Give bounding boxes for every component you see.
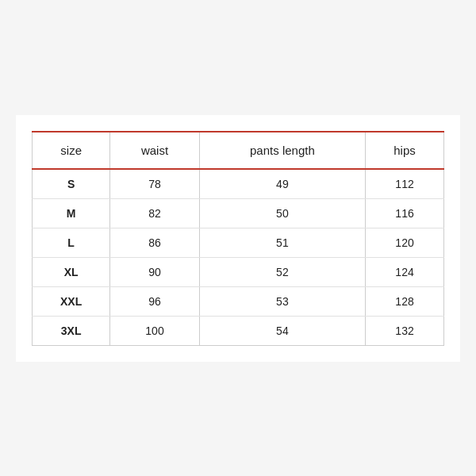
size-chart-table: size waist pants length hips S7849112M82… [32, 131, 444, 346]
header-hips: hips [366, 132, 444, 169]
cell-size: S [33, 169, 110, 199]
cell-waist: 90 [110, 257, 199, 286]
cell-waist: 86 [110, 228, 199, 257]
table-body: S7849112M8250116L8651120XL9052124XXL9653… [33, 169, 444, 346]
cell-pants_length: 54 [199, 316, 365, 345]
cell-pants_length: 53 [199, 286, 365, 316]
cell-hips: 120 [366, 228, 444, 257]
cell-pants_length: 51 [199, 228, 365, 257]
header-waist: waist [110, 132, 199, 169]
cell-waist: 100 [110, 316, 199, 345]
cell-hips: 128 [366, 286, 444, 316]
table-row: M8250116 [33, 198, 444, 228]
table-row: L8651120 [33, 228, 444, 257]
cell-pants_length: 49 [199, 169, 365, 199]
cell-hips: 116 [366, 198, 444, 228]
table-row: XL9052124 [33, 257, 444, 286]
cell-size: M [33, 198, 110, 228]
table-header-row: size waist pants length hips [33, 132, 444, 169]
cell-waist: 96 [110, 286, 199, 316]
header-size: size [33, 132, 110, 169]
cell-waist: 82 [110, 198, 199, 228]
table-row: 3XL10054132 [33, 316, 444, 345]
size-chart-container: size waist pants length hips S7849112M82… [16, 115, 460, 362]
cell-hips: 132 [366, 316, 444, 345]
table-row: XXL9653128 [33, 286, 444, 316]
cell-hips: 112 [366, 169, 444, 199]
cell-pants_length: 50 [199, 198, 365, 228]
cell-hips: 124 [366, 257, 444, 286]
table-row: S7849112 [33, 169, 444, 199]
cell-size: L [33, 228, 110, 257]
cell-pants_length: 52 [199, 257, 365, 286]
cell-size: XL [33, 257, 110, 286]
header-pants-length: pants length [199, 132, 365, 169]
cell-waist: 78 [110, 169, 199, 199]
cell-size: XXL [33, 286, 110, 316]
cell-size: 3XL [33, 316, 110, 345]
